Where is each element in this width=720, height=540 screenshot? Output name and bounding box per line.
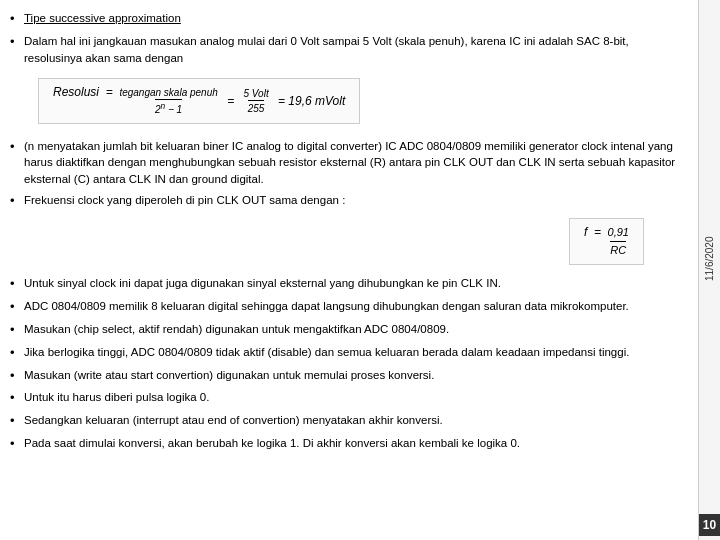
- formula-container-2: f = 0,91 RC: [10, 214, 684, 269]
- formula-text-2: f = 0,91 RC: [584, 225, 629, 258]
- bullet-text-11: Sedangkan keluaran (interrupt atau end o…: [24, 412, 684, 431]
- bullet-item-4: • Frekuensi clock yang diperoleh di pin …: [10, 192, 684, 211]
- bullet-item-8: • Jika berlogika tinggi, ADC 0804/0809 t…: [10, 344, 684, 363]
- bullet-item-5: • Untuk sinyal clock ini dapat juga digu…: [10, 275, 684, 294]
- bullet-item-9: • Masukan (write atau start convertion) …: [10, 367, 684, 386]
- bullet-12: •: [10, 435, 20, 454]
- formula-2: f = 0,91 RC: [569, 218, 644, 265]
- bullet-text-12: Pada saat dimulai konversi, akan berubah…: [24, 435, 684, 454]
- bullet-item-7: • Masukan (chip select, aktif rendah) di…: [10, 321, 684, 340]
- bullet-text-4: Frekuensi clock yang diperoleh di pin CL…: [24, 192, 684, 211]
- bullet-item-3: • (n menyatakan jumlah bit keluaran bine…: [10, 138, 684, 188]
- bullet-1: •: [10, 10, 20, 29]
- formula-1: Resolusi = tegangan skala penuh 2n − 1 =…: [38, 78, 360, 123]
- bullet-text-6: ADC 0804/0809 memilik 8 keluaran digital…: [24, 298, 684, 317]
- bullet-item-6: • ADC 0804/0809 memilik 8 keluaran digit…: [10, 298, 684, 317]
- section-3: • Untuk sinyal clock ini dapat juga digu…: [10, 275, 684, 454]
- section-1: • Tipe successive approximation • Dalam …: [10, 10, 684, 132]
- bullet-6: •: [10, 298, 20, 317]
- bullet-2: •: [10, 33, 20, 66]
- bullet-9: •: [10, 367, 20, 386]
- bullet-item-2: • Dalam hal ini jangkauan masukan analog…: [10, 33, 684, 66]
- right-sidebar: 11/6/2020 10: [698, 0, 720, 540]
- bullet-7: •: [10, 321, 20, 340]
- bullet-10: •: [10, 389, 20, 408]
- bullet-5: •: [10, 275, 20, 294]
- main-content: • Tipe successive approximation • Dalam …: [0, 0, 698, 540]
- bullet-text-5: Untuk sinyal clock ini dapat juga diguna…: [24, 275, 684, 294]
- bullet-text-7: Masukan (chip select, aktif rendah) digu…: [24, 321, 684, 340]
- section-2: • (n menyatakan jumlah bit keluaran bine…: [10, 138, 684, 270]
- formula-text-1: Resolusi = tegangan skala penuh 2n − 1 =…: [53, 85, 345, 116]
- bullet-11: •: [10, 412, 20, 431]
- bullet-8: •: [10, 344, 20, 363]
- bullet-text-9: Masukan (write atau start convertion) di…: [24, 367, 684, 386]
- bullet-3: •: [10, 138, 20, 188]
- bullet-item-10: • Untuk itu harus diberi pulsa logika 0.: [10, 389, 684, 408]
- bullet-text-2: Dalam hal ini jangkauan masukan analog m…: [24, 33, 684, 66]
- page-number: 10: [699, 514, 721, 536]
- bullet-item-12: • Pada saat dimulai konversi, akan berub…: [10, 435, 684, 454]
- bullet-text-3: (n menyatakan jumlah bit keluaran biner …: [24, 138, 684, 188]
- date-text: 11/6/2020: [704, 4, 715, 514]
- bullet-text-10: Untuk itu harus diberi pulsa logika 0.: [24, 389, 684, 408]
- bullet-item-1: • Tipe successive approximation: [10, 10, 684, 29]
- bullet-text-8: Jika berlogika tinggi, ADC 0804/0809 tid…: [24, 344, 684, 363]
- bullet-item-11: • Sedangkan keluaran (interrupt atau end…: [10, 412, 684, 431]
- bullet-4: •: [10, 192, 20, 211]
- tipe-link: Tipe successive approximation: [24, 12, 181, 24]
- bullet-text-1: Tipe successive approximation: [24, 10, 684, 29]
